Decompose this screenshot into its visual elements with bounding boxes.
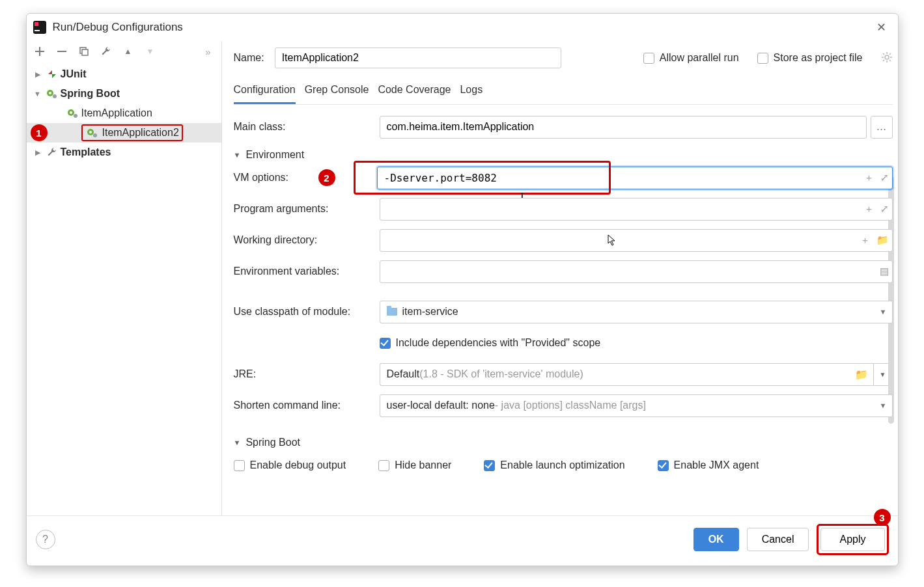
working-dir-input[interactable] <box>380 229 893 252</box>
add-icon[interactable]: ＋ <box>864 203 874 215</box>
section-label: Environment <box>245 149 304 161</box>
cancel-button[interactable]: Cancel <box>747 528 809 551</box>
shorten-cmd-select[interactable]: user-local default: none - java [options… <box>380 394 893 417</box>
section-label: Spring Boot <box>245 437 300 448</box>
checkbox-icon <box>643 53 654 64</box>
springboot-icon <box>45 88 59 100</box>
section-springboot[interactable]: ▼ Spring Boot <box>234 430 893 450</box>
sidebar-toolbar: ▲ ▼ » <box>27 41 221 62</box>
svg-point-15 <box>885 55 889 59</box>
tree-node-templates[interactable]: ▶ Templates <box>27 143 221 162</box>
row-classpath-module: Use classpath of module: item-service ▼ <box>234 296 893 327</box>
shorten-cmd-label: Shorten command line: <box>234 400 371 411</box>
chevron-right-icon[interactable]: ▶ <box>31 148 45 157</box>
svg-line-21 <box>889 60 891 61</box>
tabs: Configuration Grep Console Code Coverage… <box>234 80 893 105</box>
expand-icon[interactable]: ⤢ <box>880 203 889 215</box>
row-working-directory: Working directory: ＋ 📁 <box>234 225 893 256</box>
add-icon[interactable]: ＋ <box>860 234 870 247</box>
ok-button[interactable]: OK <box>693 528 739 551</box>
svg-rect-2 <box>35 30 40 31</box>
close-icon[interactable]: ✕ <box>873 19 890 36</box>
svg-point-10 <box>70 111 72 114</box>
folder-icon[interactable]: 📁 <box>855 368 868 381</box>
enable-debug-checkbox[interactable]: Enable debug output <box>234 459 346 471</box>
browse-button[interactable]: … <box>871 116 893 139</box>
svg-point-14 <box>93 133 97 137</box>
row-jre: JRE: Default (1.8 - SDK of 'item-service… <box>234 359 893 390</box>
titlebar: Run/Debug Configurations ✕ <box>27 14 898 41</box>
svg-point-11 <box>74 114 77 118</box>
tree-node-itemapplication2[interactable]: 1 ItemApplication2 <box>27 123 221 143</box>
enable-jmx-checkbox[interactable]: Enable JMX agent <box>658 459 759 471</box>
classpath-value: item-service <box>402 306 458 318</box>
sidebar: ▲ ▼ » ▶ JUnit ▼ Spring Boot ItemA <box>27 41 222 515</box>
checkbox-icon <box>484 460 495 471</box>
svg-line-22 <box>883 60 884 61</box>
working-dir-label: Working directory: <box>234 234 371 246</box>
classpath-select[interactable]: item-service ▼ <box>380 301 893 323</box>
checkbox-label: Enable launch optimization <box>500 459 624 471</box>
window-title: Run/Debug Configurations <box>53 21 873 34</box>
tree-node-springboot[interactable]: ▼ Spring Boot <box>27 84 221 103</box>
gear-icon[interactable] <box>881 51 893 65</box>
env-vars-input[interactable] <box>380 260 893 283</box>
folder-icon[interactable]: 📁 <box>876 234 889 247</box>
name-input[interactable] <box>275 48 561 68</box>
tree-node-junit[interactable]: ▶ JUnit <box>27 64 221 84</box>
row-shorten-cmd: Shorten command line: user-local default… <box>234 390 893 421</box>
apply-button[interactable]: Apply <box>820 528 884 551</box>
checkbox-icon <box>234 460 245 471</box>
tab-grep-console[interactable]: Grep Console <box>305 80 369 104</box>
chevron-down-icon: ▼ <box>880 402 887 409</box>
list-icon[interactable]: ▤ <box>880 266 889 277</box>
include-provided-checkbox[interactable]: Include dependencies with "Provided" sco… <box>380 337 601 349</box>
tab-logs[interactable]: Logs <box>460 80 483 104</box>
checkbox-label: Hide banner <box>395 459 451 471</box>
mouse-cursor-icon <box>608 234 617 248</box>
svg-rect-3 <box>57 51 66 52</box>
tree-label: Templates <box>59 146 111 158</box>
hide-banner-checkbox[interactable]: Hide banner <box>378 459 451 471</box>
jre-select[interactable]: Default (1.8 - SDK of 'item-service' mod… <box>380 363 873 386</box>
main-class-input[interactable] <box>380 116 867 139</box>
add-icon[interactable] <box>35 46 45 57</box>
chevron-right-icon[interactable]: ▶ <box>31 70 45 79</box>
tree-node-itemapplication[interactable]: ItemApplication <box>27 103 221 123</box>
remove-icon[interactable] <box>57 46 67 57</box>
intellij-icon <box>33 21 46 34</box>
add-icon[interactable]: ＋ <box>864 172 874 184</box>
checkbox-icon <box>658 460 669 471</box>
down-icon[interactable]: ▼ <box>145 46 156 57</box>
tab-code-coverage[interactable]: Code Coverage <box>378 80 451 104</box>
expand-icon[interactable]: » <box>203 46 214 57</box>
bottom-bar: ? OK Cancel 3 Apply <box>27 515 898 563</box>
wrench-icon[interactable] <box>101 46 111 57</box>
svg-line-20 <box>883 53 884 55</box>
up-icon[interactable]: ▲ <box>123 46 133 57</box>
name-label: Name: <box>234 52 264 64</box>
expand-icon[interactable]: ⤢ <box>880 172 889 184</box>
vm-options-input[interactable] <box>377 167 893 189</box>
config-form: Main class: … ▼ Environment VM options: … <box>234 105 893 487</box>
svg-point-13 <box>89 131 92 133</box>
store-project-file-checkbox[interactable]: Store as project file <box>757 52 863 64</box>
tab-configuration[interactable]: Configuration <box>234 80 296 104</box>
allow-parallel-checkbox[interactable]: Allow parallel run <box>643 52 739 64</box>
row-springboot-opts: Enable debug output Hide banner Enable l… <box>234 450 893 481</box>
chevron-down-icon[interactable]: ▼ <box>31 90 45 98</box>
section-environment[interactable]: ▼ Environment <box>234 143 893 162</box>
svg-rect-5 <box>82 49 88 55</box>
checkbox-icon <box>757 53 768 64</box>
enable-launch-opt-checkbox[interactable]: Enable launch optimization <box>484 459 624 471</box>
program-args-input[interactable] <box>380 198 893 221</box>
row-vm-options: VM options: 2 ＋ ⤢ I <box>234 162 893 193</box>
checkbox-icon <box>380 338 391 349</box>
jre-detail-text: (1.8 - SDK of 'item-service' module) <box>419 368 583 380</box>
env-vars-label: Environment variables: <box>234 266 371 277</box>
help-button[interactable]: ? <box>36 530 55 549</box>
copy-icon[interactable] <box>79 46 89 57</box>
tree-label: ItemApplication <box>80 107 152 119</box>
row-env-variables: Environment variables: ▤ <box>234 256 893 287</box>
svg-point-8 <box>53 94 57 98</box>
